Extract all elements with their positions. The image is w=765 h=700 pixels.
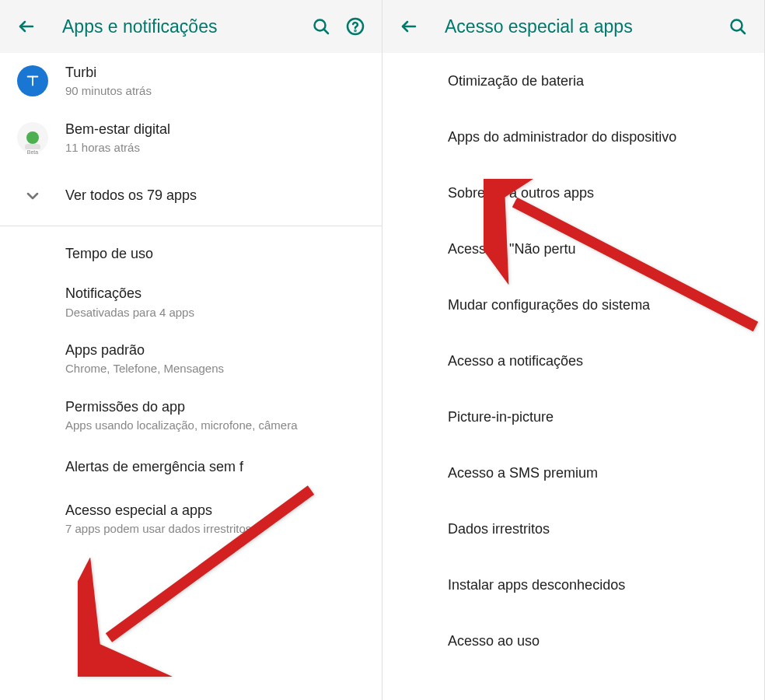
item-picture-in-picture[interactable]: Picture-in-picture (382, 389, 764, 445)
app-item-turbi[interactable]: Turbi 90 minutos atrás (0, 53, 382, 110)
item-dados-irrestritos[interactable]: Dados irrestritos (382, 501, 764, 557)
app-item-sub: 11 horas atrás (65, 140, 366, 156)
section-alertas-emergencia[interactable]: Alertas de emergência sem f (0, 444, 382, 491)
section-title: Tempo de uso (65, 245, 316, 263)
app-item-title: Bem-estar digital (65, 121, 366, 138)
right-content: Otimização de bateria Apps do administra… (382, 53, 764, 700)
section-sub: Chrome, Telefone, Mensagens (65, 361, 316, 376)
search-button-right[interactable] (721, 9, 755, 44)
item-otimizacao-bateria[interactable]: Otimização de bateria (382, 53, 764, 109)
svg-line-11 (741, 30, 746, 34)
item-instalar-desconhecidos[interactable]: Instalar apps desconhecidos (382, 557, 764, 613)
item-label: Mudar configurações do sistema (448, 297, 650, 313)
left-content: Turbi 90 minutos atrás Beta Bem-estar di… (0, 53, 382, 700)
right-header: Acesso especial a apps (382, 0, 764, 53)
item-acesso-notificacoes[interactable]: Acesso a notificações (382, 333, 764, 389)
app-item-title: Turbi (65, 64, 366, 82)
search-icon (312, 17, 330, 36)
section-sub: Apps usando localização, microfone, câme… (65, 418, 316, 433)
section-tempo-de-uso[interactable]: Tempo de uso (0, 226, 382, 274)
app-item-sub: 90 minutos atrás (65, 83, 366, 99)
wellbeing-app-icon: Beta (16, 121, 50, 155)
section-apps-padrao[interactable]: Apps padrão Chrome, Telefone, Mensagens (0, 331, 382, 387)
left-screen: Apps e notificações Turbi 90 minutos atr… (0, 0, 382, 700)
section-sub: Desativadas para 4 apps (65, 305, 316, 320)
see-all-apps[interactable]: Ver todos os 79 apps (0, 166, 382, 226)
app-item-text: Bem-estar digital 11 horas atrás (65, 121, 366, 156)
help-icon (346, 17, 365, 36)
see-all-apps-text: Ver todos os 79 apps (65, 187, 197, 204)
back-arrow-icon (17, 17, 36, 36)
help-button-left[interactable] (338, 9, 372, 44)
item-label: Acesso a "Não pertu (448, 241, 575, 257)
section-notificacoes[interactable]: Notificações Desativadas para 4 apps (0, 274, 382, 331)
svg-point-4 (355, 30, 356, 31)
svg-line-2 (324, 30, 329, 34)
chevron-down-icon (16, 179, 50, 213)
section-permissoes[interactable]: Permissões do app Apps usando localizaçã… (0, 387, 382, 444)
item-label: Sobrepor a outros apps (448, 185, 594, 201)
item-nao-perturbe[interactable]: Acesso a "Não pertu (382, 221, 764, 277)
item-label: Apps do administrador do dispositivo (448, 129, 676, 145)
item-label: Dados irrestritos (448, 521, 550, 537)
item-acesso-uso[interactable]: Acesso ao uso (382, 613, 764, 669)
app-item-text: Turbi 90 minutos atrás (65, 64, 366, 99)
item-label: Acesso ao uso (448, 633, 540, 649)
search-icon (728, 17, 747, 36)
back-button-right[interactable] (392, 9, 426, 44)
right-page-title: Acesso especial a apps (445, 16, 721, 37)
item-mudar-config-sistema[interactable]: Mudar configurações do sistema (382, 277, 764, 333)
app-item-wellbeing[interactable]: Beta Bem-estar digital 11 horas atrás (0, 110, 382, 166)
item-apps-administrador[interactable]: Apps do administrador do dispositivo (382, 109, 764, 165)
item-sms-premium[interactable]: Acesso a SMS premium (382, 445, 764, 501)
item-label: Otimização de bateria (448, 73, 584, 89)
left-page-title: Apps e notificações (62, 16, 304, 37)
back-arrow-icon (400, 17, 418, 36)
section-acesso-especial[interactable]: Acesso especial a apps 7 apps podem usar… (0, 491, 382, 548)
section-title: Acesso especial a apps (65, 502, 316, 520)
search-button-left[interactable] (304, 9, 338, 44)
turbi-app-icon (16, 64, 50, 98)
right-screen: Acesso especial a apps Otimização de bat… (382, 0, 765, 700)
section-title: Notificações (65, 285, 316, 303)
item-label: Instalar apps desconhecidos (448, 577, 625, 593)
item-label: Acesso a SMS premium (448, 465, 598, 481)
item-sobrepor-apps[interactable]: Sobrepor a outros apps (382, 165, 764, 221)
section-title: Apps padrão (65, 341, 316, 359)
section-title: Alertas de emergência sem f (65, 458, 316, 476)
back-button-left[interactable] (9, 9, 44, 44)
section-sub: 7 apps podem usar dados irrestritos (65, 521, 316, 537)
item-label: Acesso a notificações (448, 353, 583, 369)
left-header: Apps e notificações (0, 0, 382, 53)
section-title: Permissões do app (65, 398, 316, 416)
item-label: Picture-in-picture (448, 409, 554, 425)
